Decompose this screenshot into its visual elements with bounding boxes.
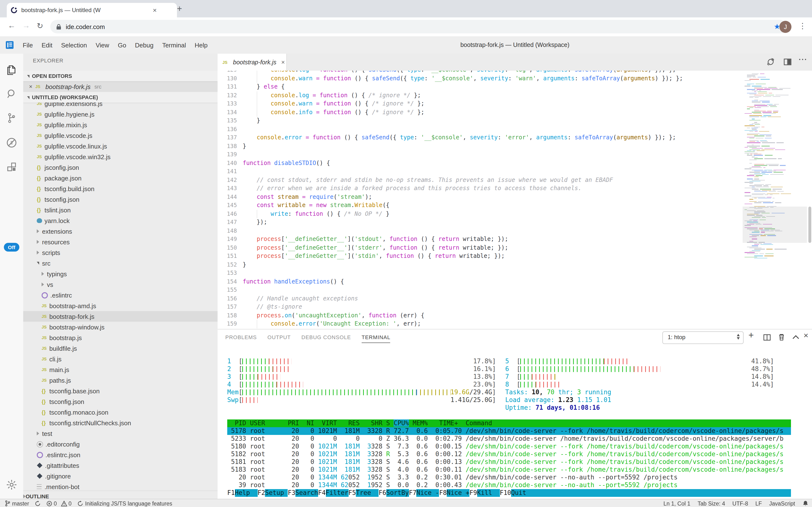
file-row-tsconfig.build.json[interactable]: {}tsconfig.build.json [23, 183, 217, 194]
status-utf-8[interactable]: UTF-8 [733, 501, 748, 506]
code-line-139[interactable]: 139 [217, 151, 683, 159]
folder-row-extensions[interactable]: extensions [23, 226, 217, 237]
file-row-tsconfig.strictNullChecks.json[interactable]: {}tsconfig.strictNullChecks.json [23, 417, 217, 428]
file-row-gulpfile.vscode.win32.js[interactable]: JSgulpfile.vscode.win32.js [23, 152, 217, 162]
file-row-gulpfile.hygiene.js[interactable]: JSgulpfile.hygiene.js [23, 109, 217, 119]
close-panel-icon[interactable]: × [804, 331, 808, 341]
file-row-gulpfile.vscode.linux.js[interactable]: JSgulpfile.vscode.linux.js [23, 141, 217, 152]
status-badge[interactable]: Off [4, 243, 19, 251]
code-line-152[interactable]: 152} [217, 261, 683, 269]
back-icon[interactable]: ← [8, 21, 15, 30]
branch-indicator[interactable]: master [5, 500, 29, 507]
menu-edit[interactable]: Edit [37, 41, 57, 49]
code-line-158[interactable]: 158 process.on('uncaughtException', func… [217, 311, 683, 320]
panel-tab-problems[interactable]: PROBLEMS [225, 330, 257, 345]
process-row[interactable]: 5183 root 20 0 1021M 181M 3328 S 4.0 0.6… [227, 466, 794, 473]
file-row-buildfile.js[interactable]: JSbuildfile.js [23, 343, 217, 354]
more-actions-icon[interactable]: ··· [799, 55, 807, 63]
file-row-.editorconfig[interactable]: .editorconfig [23, 439, 217, 449]
code-line-155[interactable]: 155 [217, 286, 683, 294]
menu-file[interactable]: File [18, 41, 37, 49]
status-lf[interactable]: LF [755, 501, 762, 506]
file-row-bootstrap-window.js[interactable]: JSbootstrap-window.js [23, 322, 217, 332]
extensions-icon[interactable] [6, 161, 17, 173]
process-row[interactable]: 5182 root 20 0 1021M 181M 3328 R 5.3 0.6… [227, 450, 794, 458]
terminal[interactable]: 1 [17.8%]5 [41.8%]2 [16.1%]6 [48.7%]3 [1… [227, 357, 794, 498]
file-row-jsconfig.json[interactable]: {}jsconfig.json [23, 162, 217, 173]
htop-fkey-f5[interactable]: Tree [356, 489, 379, 497]
folder-row-vs[interactable]: vs [23, 279, 217, 290]
file-row-tslint.json[interactable]: {}tslint.json [23, 205, 217, 215]
code-line-146[interactable]: 146 write: function () { /* No OP */ } [217, 210, 683, 218]
menu-help[interactable]: Help [190, 41, 212, 49]
code-line-143[interactable]: 143 // error when we are inside a forked… [217, 184, 683, 193]
code-line-133[interactable]: 133 console.warn = function () { /* igno… [217, 100, 683, 108]
code-line-144[interactable]: 144 const stream = require('stream'); [217, 193, 683, 201]
file-row-.gitignore[interactable]: .gitignore [23, 471, 217, 482]
code-line-130[interactable]: 130 console.warn = function () { safeSen… [217, 74, 683, 83]
debug-disabled-icon[interactable] [6, 137, 17, 149]
new-tab-button[interactable]: + [177, 4, 182, 14]
code-line-148[interactable]: 148 [217, 227, 683, 235]
code-line-135[interactable]: 135 } [217, 117, 683, 125]
file-row-gulpfile.mixin.js[interactable]: JSgulpfile.mixin.js [23, 119, 217, 130]
avatar[interactable]: J [779, 21, 792, 33]
file-row-.eslintrc[interactable]: .eslintrc [23, 290, 217, 300]
tab-close-icon[interactable]: × [153, 6, 157, 14]
process-row[interactable]: 39 root 20 0 1344M 62052 1952 S 0.0 0.2 … [227, 482, 794, 489]
code-line-145[interactable]: 145 const writable = new stream.Writable… [217, 201, 683, 210]
close-editor-icon[interactable]: × [29, 83, 33, 90]
status-tab-size-4[interactable]: Tab Size: 4 [698, 501, 725, 506]
htop-fkey-f9[interactable]: Kill [477, 489, 500, 497]
file-row-.gitattributes[interactable]: .gitattributes [23, 460, 217, 471]
file-row-paths.js[interactable]: JSpaths.js [23, 375, 217, 386]
htop-fkey-f2[interactable]: Setup [265, 489, 288, 497]
split-terminal-icon[interactable] [763, 333, 771, 342]
file-row-bootstrap-amd.js[interactable]: JSbootstrap-amd.js [23, 300, 217, 311]
file-row-package.json[interactable]: {}package.json [23, 173, 217, 183]
panel-tab-debug-console[interactable]: DEBUG CONSOLE [302, 330, 351, 345]
code-line-157[interactable]: 157 // @ts-ignore [217, 303, 683, 311]
folder-row-src[interactable]: src [23, 258, 217, 269]
outline-header[interactable]: OUTLINE [23, 491, 217, 499]
menu-view[interactable]: View [91, 41, 114, 49]
open-editor-item[interactable]: × JS bootstrap-fork.js src [23, 81, 217, 92]
code-editor[interactable]: 129 console.log = function () { safeSend… [217, 71, 812, 329]
url-bar[interactable]: ide.coder.com ★ [50, 20, 787, 34]
process-row[interactable]: 20 root 20 0 1344M 62052 1952 S 3.3 0.2 … [227, 473, 794, 482]
file-row-.mention-bot[interactable]: .mention-bot [23, 482, 217, 491]
htop-fkey-f3[interactable]: Search [295, 489, 318, 497]
new-terminal-icon[interactable]: + [748, 330, 754, 341]
code-line-132[interactable]: 132 console.log = function () { /* ignor… [217, 91, 683, 100]
file-row-bootstrap-fork.js[interactable]: JSbootstrap-fork.js [23, 311, 217, 322]
menu-selection[interactable]: Selection [57, 41, 91, 49]
browser-menu-icon[interactable]: ⋮ [799, 21, 806, 31]
code-line-131[interactable]: 131 } else { [217, 83, 683, 91]
code-line-137[interactable]: 137 console.error = function () { safeSe… [217, 133, 683, 142]
search-icon[interactable] [6, 88, 17, 100]
reload-icon[interactable]: ↻ [37, 21, 43, 31]
maximize-panel-icon[interactable] [792, 334, 800, 340]
process-row[interactable]: 5181 root 20 0 1021M 181M 3328 S 4.6 0.6… [227, 458, 794, 466]
menu-terminal[interactable]: Terminal [158, 41, 190, 49]
htop-fkey-f4[interactable]: Filter [326, 489, 348, 497]
process-row[interactable]: 5178 root 20 0 1021M 181M 3328 R 72.7 0.… [227, 427, 791, 435]
file-row-cli.js[interactable]: JScli.js [23, 354, 217, 364]
code-line-142[interactable]: 142 // const stdout, stderr and stdin be… [217, 176, 683, 184]
code-line-129[interactable]: 129 console.log = function () { safeSend… [217, 71, 683, 74]
code-line-147[interactable]: 147 }); [217, 218, 683, 227]
file-row-.eslintrc.json[interactable]: .eslintrc.json [23, 449, 217, 460]
process-row[interactable]: 5180 root 20 0 1021M 181M 3328 S 7.3 0.6… [227, 443, 794, 450]
file-row-gulpfile.extensions.js[interactable]: JSgulpfile.extensions.js [23, 103, 217, 109]
htop-fkey-f6[interactable]: SortBy [386, 489, 409, 497]
file-row-bootstrap.js[interactable]: JSbootstrap.js [23, 332, 217, 343]
sync-button[interactable] [35, 501, 41, 506]
code-line-136[interactable]: 136 [217, 125, 683, 133]
status-ln-1-col-1[interactable]: Ln 1, Col 1 [664, 501, 690, 506]
panel-tab-output[interactable]: OUTPUT [267, 330, 291, 345]
editor-scrollbar[interactable] [808, 207, 811, 243]
minimap-viewport[interactable] [743, 207, 807, 243]
code-line-141[interactable]: 141 [217, 167, 683, 176]
htop-fkey-f1[interactable]: Help [235, 489, 257, 497]
tab-close-icon[interactable]: × [281, 59, 285, 66]
